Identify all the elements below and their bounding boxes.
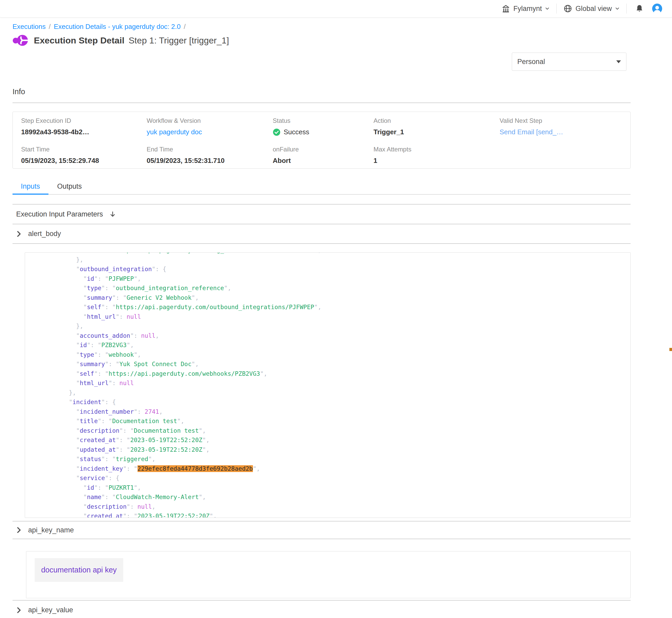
- globe-icon: [563, 4, 572, 13]
- chevron-down-icon: [615, 6, 620, 11]
- user-avatar-icon[interactable]: [652, 3, 663, 14]
- code-line: "updated_at": "2023-05-19T22:52:20Z",: [33, 445, 625, 454]
- chevron-right-icon: [16, 527, 21, 533]
- field-workflow-version: Workflow & Version yuk pagerduty doc: [138, 117, 264, 146]
- code-line: "id": "PJFWPEP",: [33, 274, 625, 284]
- success-check-icon: [273, 128, 280, 136]
- chevron-down-icon: [545, 6, 550, 11]
- section-alert-body[interactable]: alert_body: [12, 224, 631, 244]
- code-line: "self": "https://api.pagerduty.com/log_e…: [33, 252, 625, 255]
- field-status: Status Success: [264, 117, 365, 146]
- field-start-time: Start Time 05/19/2023, 15:52:29.748: [13, 146, 138, 168]
- api-key-name-value-card: documentation api key: [26, 551, 631, 598]
- code-line: "html_url": null: [33, 312, 625, 322]
- code-line: },: [33, 321, 625, 331]
- field-action: Action Trigger_1: [365, 117, 491, 146]
- info-card: Step Execution ID 18992a43-9538-4b2… Wor…: [12, 112, 631, 169]
- code-line: },: [33, 388, 625, 398]
- alert-body-json-viewer[interactable]: "self": "https://api.pagerduty.com/log_e…: [25, 252, 631, 518]
- code-line: "incident": {: [33, 397, 625, 407]
- code-line: "html_url": null: [33, 378, 625, 388]
- code-line: "incident_key": "229efec8feda44778d3fe69…: [33, 464, 625, 474]
- tab-inputs[interactable]: Inputs: [12, 180, 49, 194]
- tabs: Inputs Outputs: [12, 180, 631, 195]
- section-api-key-name[interactable]: api_key_name: [12, 521, 631, 539]
- code-line: "id": "PUZKRT1",: [33, 483, 625, 493]
- code-line: "self": "https://api.pagerduty.com/webho…: [33, 369, 625, 379]
- workflow-logo-icon: [12, 34, 29, 46]
- divider: [12, 103, 631, 103]
- chevron-right-icon: [16, 230, 21, 237]
- field-valid-next-step: Valid Next Step Send Email [send_…: [491, 117, 630, 146]
- info-heading: Info: [12, 88, 631, 96]
- code-line: "description": null,: [33, 502, 625, 512]
- view-label: Global view: [575, 5, 612, 13]
- status-value: Success: [284, 128, 309, 136]
- code-line: "id": "PZB2VG3",: [33, 340, 625, 350]
- code-line: "summary": "Yuk Spot Connect Doc",: [33, 359, 625, 369]
- header-divider: [626, 4, 627, 13]
- scrollbar-match-marker[interactable]: [669, 348, 672, 351]
- code-line: "type": "outbound_integration_reference"…: [33, 283, 625, 293]
- view-menu[interactable]: Global view: [563, 4, 620, 13]
- code-line: "name": "CloudWatch-Memory-Alert",: [33, 492, 625, 502]
- bank-icon: [501, 4, 510, 13]
- code-line: "type": "webhook",: [33, 350, 625, 359]
- scope-select[interactable]: Personal: [512, 53, 626, 71]
- code-line: "self": "https://api.pagerduty.com/outbo…: [33, 302, 625, 312]
- section-api-key-value[interactable]: api_key_value: [12, 601, 631, 618]
- org-label: Fylamynt: [513, 5, 542, 13]
- api-key-name-chip: documentation api key: [35, 558, 123, 582]
- breadcrumb-executions[interactable]: Executions: [12, 23, 46, 31]
- tab-outputs[interactable]: Outputs: [57, 180, 82, 194]
- breadcrumb-execution-details[interactable]: Execution Details - yuk pagerduty doc: 2…: [54, 23, 180, 31]
- code-line: "created_at": "2023-05-19T22:52:20Z",: [33, 435, 625, 445]
- code-line: "created_at": "2023-05-19T22:52:20Z",: [33, 511, 625, 518]
- code-line: },: [33, 255, 625, 265]
- header-divider: [556, 4, 557, 13]
- breadcrumb-separator: /: [49, 23, 51, 31]
- params-label: Execution Input Parameters: [16, 210, 103, 218]
- field-onfailure: onFailure Abort: [264, 146, 365, 168]
- code-line: "description": "Documentation test",: [33, 426, 625, 436]
- main-content: Executions / Execution Details - yuk pag…: [12, 23, 631, 618]
- code-line: "summary": "Generic V2 Webhook",: [33, 293, 625, 303]
- code-line: "status": "triggered",: [33, 454, 625, 464]
- caret-down-icon: [616, 61, 621, 63]
- breadcrumb: Executions / Execution Details - yuk pag…: [12, 23, 631, 30]
- page-title: Execution Step Detail: [34, 35, 124, 45]
- code-line: "title": "Documentation test",: [33, 416, 625, 426]
- code-line: "incident_number": 2741,: [33, 407, 625, 417]
- breadcrumb-separator: /: [184, 23, 185, 31]
- page-subtitle: Step 1: Trigger [trigger_1]: [129, 35, 229, 45]
- execution-input-parameters-header: Execution Input Parameters: [12, 205, 631, 224]
- code-line: "service": {: [33, 473, 625, 483]
- json-code: "self": "https://api.pagerduty.com/log_e…: [25, 252, 630, 518]
- top-header: Fylamynt Global view: [0, 0, 672, 17]
- code-line: "accounts_addon": null,: [33, 331, 625, 341]
- scope-select-value: Personal: [517, 58, 545, 66]
- next-step-link[interactable]: Send Email [send_…: [500, 128, 630, 136]
- field-end-time: End Time 05/19/2023, 15:52:31.710: [138, 146, 264, 168]
- field-step-execution-id: Step Execution ID 18992a43-9538-4b2…: [13, 117, 138, 146]
- download-arrow-icon[interactable]: [109, 211, 116, 218]
- field-max-attempts: Max Attempts 1: [365, 146, 491, 168]
- code-line: "outbound_integration": {: [33, 265, 625, 274]
- empty-cell: [491, 146, 630, 168]
- title-row: Execution Step Detail Step 1: Trigger [t…: [12, 32, 631, 49]
- workflow-link[interactable]: yuk pagerduty doc: [147, 128, 264, 136]
- org-menu[interactable]: Fylamynt: [501, 4, 550, 13]
- bell-icon[interactable]: [635, 4, 644, 13]
- chevron-right-icon: [16, 607, 21, 614]
